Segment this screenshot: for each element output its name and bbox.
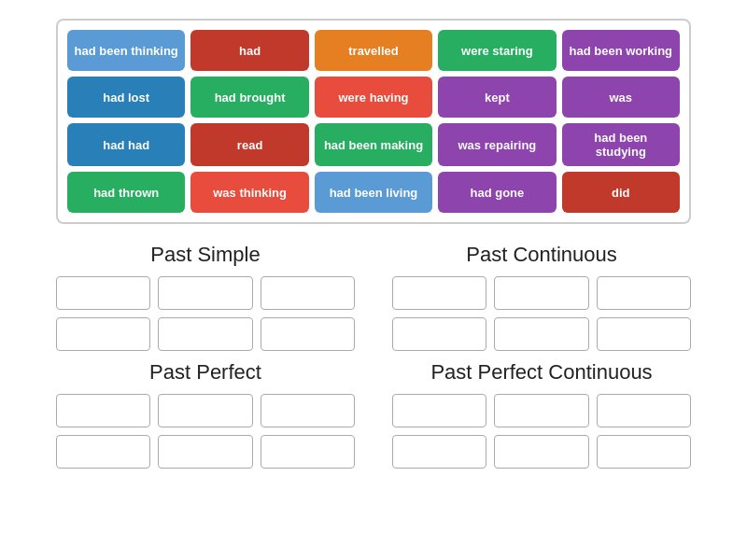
category-0: Past Simple [56, 243, 355, 351]
drop-cell-1-1[interactable] [494, 276, 588, 310]
drop-cell-0-3[interactable] [56, 317, 150, 351]
drop-cell-0-4[interactable] [158, 317, 252, 351]
word-tile-4[interactable]: had been working [562, 30, 680, 71]
drop-grid-2 [56, 394, 355, 469]
word-tile-16[interactable]: was thinking [190, 172, 308, 213]
drop-cell-1-3[interactable] [392, 317, 486, 351]
category-title-2: Past Perfect [149, 360, 261, 385]
drop-cell-1-0[interactable] [392, 276, 486, 310]
category-title-1: Past Continuous [466, 243, 616, 267]
drop-cell-2-2[interactable] [261, 394, 355, 427]
drop-cell-3-4[interactable] [494, 435, 588, 469]
drop-grid-0 [56, 276, 355, 351]
category-2: Past Perfect [56, 360, 355, 469]
drop-cell-2-0[interactable] [56, 394, 150, 427]
word-tile-9[interactable]: was [562, 77, 680, 118]
word-tile-6[interactable]: had brought [190, 77, 308, 118]
drop-cell-3-5[interactable] [597, 435, 691, 469]
drop-cell-0-0[interactable] [56, 276, 150, 310]
categories-container: Past SimplePast ContinuousPast PerfectPa… [56, 243, 691, 469]
drop-cell-0-5[interactable] [261, 317, 355, 351]
word-tile-0[interactable]: had been thinking [67, 30, 185, 71]
category-3: Past Perfect Continuous [392, 360, 691, 469]
drop-cell-2-3[interactable] [56, 435, 150, 469]
word-tile-19[interactable]: did [562, 172, 680, 213]
word-tile-8[interactable]: kept [438, 77, 556, 118]
drop-cell-3-0[interactable] [392, 394, 486, 427]
drop-cell-2-5[interactable] [261, 435, 355, 469]
word-tile-10[interactable]: had had [67, 123, 185, 166]
drop-cell-1-4[interactable] [494, 317, 588, 351]
word-tile-18[interactable]: had gone [438, 172, 556, 213]
word-bank: had been thinkinghadtravelledwere starin… [56, 19, 691, 224]
category-1: Past Continuous [392, 243, 691, 351]
word-tile-12[interactable]: had been making [315, 123, 432, 166]
word-tile-17[interactable]: had been living [315, 172, 432, 213]
word-tile-11[interactable]: read [190, 123, 308, 166]
word-tile-5[interactable]: had lost [67, 77, 185, 118]
word-tile-1[interactable]: had [190, 30, 308, 71]
drop-cell-0-2[interactable] [261, 276, 355, 310]
drop-grid-1 [392, 276, 691, 351]
drop-cell-3-3[interactable] [392, 435, 486, 469]
category-title-0: Past Simple [150, 243, 260, 267]
category-title-3: Past Perfect Continuous [430, 360, 652, 385]
drop-cell-3-1[interactable] [494, 394, 588, 427]
drop-cell-1-2[interactable] [597, 276, 691, 310]
word-tile-15[interactable]: had thrown [67, 172, 185, 213]
word-tile-2[interactable]: travelled [315, 30, 432, 71]
word-tile-13[interactable]: was repairing [438, 123, 556, 166]
word-tile-14[interactable]: had been studying [562, 123, 680, 166]
drop-cell-2-4[interactable] [158, 435, 252, 469]
drop-cell-1-5[interactable] [597, 317, 691, 351]
word-tile-7[interactable]: were having [315, 77, 432, 118]
drop-cell-0-1[interactable] [158, 276, 252, 310]
drop-cell-2-1[interactable] [158, 394, 252, 427]
word-tile-3[interactable]: were staring [438, 30, 556, 71]
drop-cell-3-2[interactable] [597, 394, 691, 427]
drop-grid-3 [392, 394, 691, 469]
